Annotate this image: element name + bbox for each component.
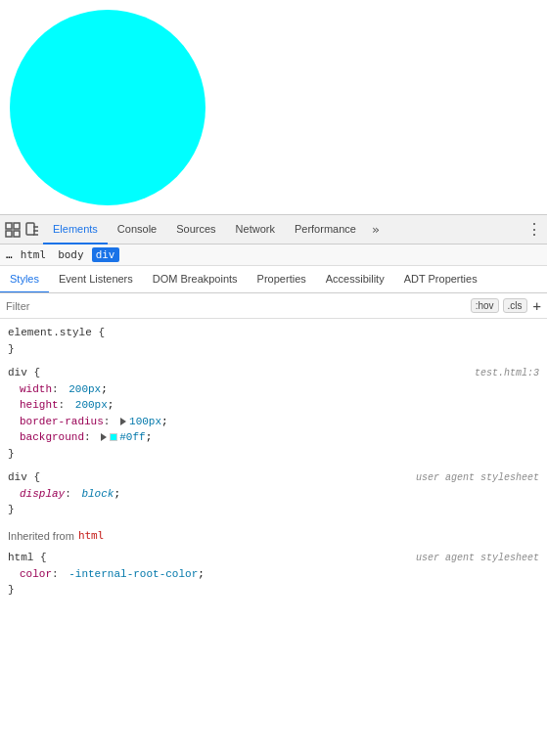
prop-name-background: background — [20, 429, 84, 446]
filter-hov-button[interactable]: :hov — [471, 298, 499, 313]
sub-tab-styles[interactable]: Styles — [0, 266, 49, 293]
breadcrumb-ellipsis: … — [6, 248, 13, 261]
tab-sources[interactable]: Sources — [166, 215, 225, 245]
devtools-main-tabs: Elements Console Sources Network Perform… — [43, 215, 525, 245]
prop-background: background : #0ff ; — [0, 429, 547, 446]
prop-name-width: width — [20, 381, 52, 398]
prop-value-display: block — [81, 486, 114, 503]
svg-rect-0 — [6, 223, 12, 229]
circle-element — [10, 10, 205, 205]
inspect-icon[interactable] — [4, 221, 22, 239]
style-block-element-style: element.style { } — [0, 323, 547, 359]
prop-name-border-radius: border-radius — [20, 414, 104, 430]
rule-selector-div: div { — [8, 365, 40, 381]
prop-value-background: #0ff — [119, 429, 145, 446]
colon-border-radius: : — [104, 414, 116, 430]
colon-color: : — [52, 566, 65, 583]
rule-source-html-ua: user agent stylesheet — [416, 551, 539, 565]
semicolon-height: ; — [108, 397, 114, 414]
prop-value-height: 200px — [75, 397, 108, 414]
prop-name-height: height — [20, 397, 59, 414]
svg-rect-1 — [6, 231, 12, 237]
color-swatch-background[interactable] — [110, 433, 117, 441]
rule-source-div-ua: user agent stylesheet — [416, 470, 539, 485]
tab-console[interactable]: Console — [108, 215, 166, 245]
breadcrumb-html[interactable]: html — [17, 247, 51, 262]
filter-cls-button[interactable]: .cls — [503, 298, 527, 313]
semicolon-color: ; — [198, 566, 205, 583]
filter-bar: :hov .cls + — [0, 293, 547, 319]
svg-rect-3 — [14, 231, 20, 237]
semicolon-width: ; — [101, 381, 108, 398]
sub-tab-properties[interactable]: Properties — [248, 266, 316, 293]
prop-value-width: 200px — [68, 381, 101, 398]
filter-buttons: :hov .cls + — [471, 298, 541, 314]
tab-elements[interactable]: Elements — [43, 215, 108, 245]
inherited-from-label: Inherited from — [8, 528, 74, 545]
style-block-div-main: div { test.html:3 width : 200px ; height… — [0, 363, 547, 464]
style-rule-header: element.style { — [0, 325, 547, 341]
colon-width: : — [52, 381, 65, 398]
style-block-div-ua: div { user agent stylesheet display : bl… — [0, 467, 547, 520]
semicolon-border-radius: ; — [161, 414, 168, 430]
rule-close-brace-html-ua: } — [0, 582, 547, 599]
prop-height: height : 200px ; — [0, 397, 547, 414]
inherited-from-element[interactable]: html — [78, 528, 105, 545]
breadcrumb-body[interactable]: body — [54, 247, 88, 262]
devtools-panel: Elements Console Sources Network Perform… — [0, 215, 547, 756]
style-rule-header-div: div { test.html:3 — [0, 365, 547, 381]
semicolon-background: ; — [146, 429, 153, 446]
svg-rect-4 — [26, 223, 34, 235]
colon-display: : — [65, 486, 77, 503]
prop-value-color: -internal-root-color — [68, 566, 198, 583]
devtools-menu-icon[interactable]: ⋮ — [525, 221, 543, 239]
breadcrumb-bar: … html body div — [0, 245, 547, 266]
prop-width: width : 200px ; — [0, 381, 547, 398]
prop-name-display: display — [20, 486, 65, 503]
style-rule-header-html-ua: html { user agent stylesheet — [0, 550, 547, 566]
svg-rect-2 — [14, 223, 20, 229]
triangle-border-radius-icon[interactable] — [120, 418, 126, 425]
device-icon[interactable] — [23, 221, 41, 239]
prop-value-border-radius: 100px — [129, 414, 161, 430]
triangle-background-icon[interactable] — [101, 433, 107, 441]
colon-height: : — [59, 397, 71, 414]
sub-tabs-bar: Styles Event Listeners DOM Breakpoints P… — [0, 266, 547, 293]
prop-name-color: color — [20, 566, 52, 583]
colon-background: : — [84, 429, 97, 446]
rule-selector-html-ua: html { — [8, 550, 47, 566]
sub-tab-event-listeners[interactable]: Event Listeners — [49, 266, 143, 293]
rule-close-brace-div-ua: } — [0, 502, 547, 518]
devtools-toolbar: Elements Console Sources Network Perform… — [0, 215, 547, 245]
style-rule-header-div-ua: div { user agent stylesheet — [0, 469, 547, 486]
tabs-more-button[interactable]: » — [366, 222, 386, 237]
prop-border-radius: border-radius : 100px ; — [0, 414, 547, 430]
rule-source-div: test.html:3 — [475, 366, 539, 380]
sub-tab-adt-properties[interactable]: ADT Properties — [394, 266, 487, 293]
inherited-from-header: Inherited from html — [0, 524, 547, 549]
tab-network[interactable]: Network — [226, 215, 285, 245]
prop-color: color : -internal-root-color ; — [0, 566, 547, 583]
rule-selector-element-style: element.style { — [8, 325, 105, 341]
filter-add-button[interactable]: + — [533, 298, 541, 314]
semicolon-display: ; — [114, 486, 120, 503]
preview-area — [0, 0, 547, 215]
breadcrumb-div[interactable]: div — [92, 247, 119, 262]
rule-close-brace-div: } — [0, 446, 547, 463]
tab-performance[interactable]: Performance — [285, 215, 366, 245]
prop-display: display : block ; — [0, 486, 547, 503]
rule-selector-div-ua: div { — [8, 469, 40, 486]
sub-tab-dom-breakpoints[interactable]: DOM Breakpoints — [143, 266, 248, 293]
styles-panel: element.style { } div { test.html:3 widt… — [0, 319, 547, 756]
rule-close-brace: } — [0, 341, 547, 358]
filter-input[interactable] — [6, 300, 467, 312]
sub-tab-accessibility[interactable]: Accessibility — [316, 266, 394, 293]
style-block-html-ua: html { user agent stylesheet color : -in… — [0, 548, 547, 600]
